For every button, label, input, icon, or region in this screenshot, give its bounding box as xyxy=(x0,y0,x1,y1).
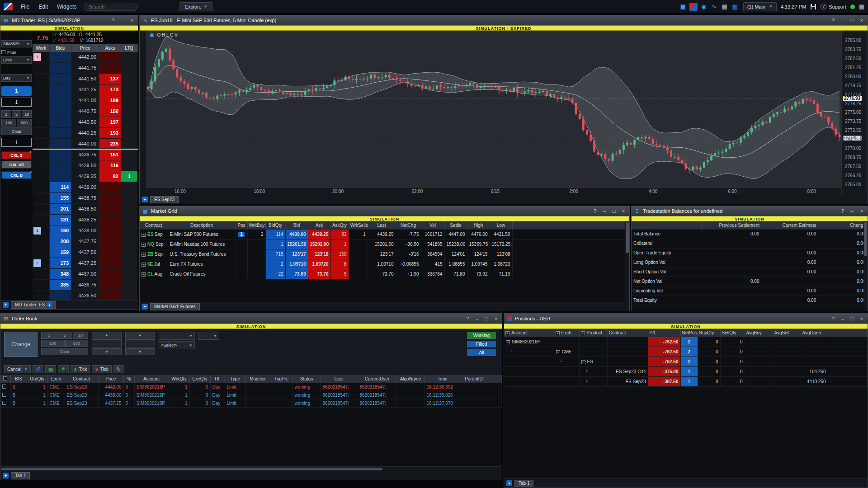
step-down-button[interactable]: ▼ xyxy=(92,348,122,355)
maximize-button[interactable]: □ xyxy=(849,316,855,321)
bid-cell[interactable] xyxy=(50,74,71,84)
tab-md-trader[interactable]: MD Trader: ES 1 xyxy=(11,301,56,309)
column-header-parentid[interactable]: ParentID xyxy=(461,375,487,383)
work-cell[interactable] xyxy=(33,193,50,204)
help-button[interactable]: ? xyxy=(464,316,471,321)
bid-cell[interactable] xyxy=(50,139,71,149)
work-cell[interactable] xyxy=(33,150,50,160)
filter-checkbox[interactable]: Filter xyxy=(1,49,32,55)
work-cell[interactable] xyxy=(33,291,50,300)
column-header-sellqty[interactable]: SellQty xyxy=(720,329,745,337)
price-cell[interactable]: 4441.25 xyxy=(71,84,99,95)
price-cell[interactable]: 4436.75 xyxy=(71,280,99,291)
menu-item-file[interactable]: File xyxy=(16,0,34,14)
bid-cell[interactable] xyxy=(50,52,71,63)
ask-cell[interactable] xyxy=(99,52,121,63)
ask-cell[interactable]: 151 xyxy=(99,150,121,160)
maximize-button[interactable]: □ xyxy=(483,316,490,321)
chart-settings-icon[interactable]: ▣ xyxy=(150,33,154,38)
position-row[interactable]: └ES Sep23 C44-375.00100104.250 xyxy=(504,366,868,376)
bid-cell[interactable] xyxy=(50,95,71,106)
work-cell[interactable]: 1 xyxy=(33,258,50,269)
price-field[interactable] xyxy=(125,339,155,347)
select-all-checkbox[interactable] xyxy=(3,376,7,380)
column-header-previous-settlement[interactable]: Previous Settlement xyxy=(702,221,761,229)
bid-cell[interactable]: 348 xyxy=(50,269,71,280)
step-up-button[interactable]: ▲ xyxy=(92,332,122,338)
vertical-scrollbar[interactable] xyxy=(625,221,629,302)
column-header-price[interactable]: Price xyxy=(98,375,123,383)
add-tab-button[interactable]: + xyxy=(506,480,512,486)
close-button[interactable]: × xyxy=(859,18,865,23)
ask-cell[interactable] xyxy=(99,269,121,280)
positions-titlebar[interactable]: Positions - USD ? – □ × xyxy=(504,314,868,324)
add-tab-button[interactable]: + xyxy=(142,304,148,310)
cancel-sells-button[interactable]: CXL S 1 xyxy=(1,151,32,159)
qty-preset-5[interactable]: 5 xyxy=(57,332,72,339)
column-header-filler[interactable] xyxy=(487,375,502,383)
position-row[interactable]: └−ES-762.50200 xyxy=(504,357,868,366)
work-cell[interactable] xyxy=(33,160,50,171)
bid-cell[interactable] xyxy=(50,117,71,128)
ask-cell[interactable]: 235 xyxy=(99,139,121,149)
minimize-button[interactable]: – xyxy=(119,18,126,23)
price-cell[interactable]: 4439.25 xyxy=(71,171,99,182)
support-button[interactable]: ? Support xyxy=(821,4,846,9)
column-header-exeqty[interactable]: ExeQty xyxy=(189,375,210,383)
column-header-time[interactable]: Time xyxy=(425,375,461,383)
tif-select[interactable]: Day▼ xyxy=(1,74,32,82)
close-button[interactable]: × xyxy=(620,208,627,214)
tab-market-grid-futures[interactable]: Market Grid: Futures xyxy=(150,303,200,310)
bid-cell[interactable]: 155 xyxy=(50,193,71,204)
user-circle-icon[interactable]: ◉ xyxy=(700,3,708,11)
tab-1[interactable]: Tab 1 xyxy=(11,472,30,479)
column-header-WrkSells[interactable]: WrkSells xyxy=(349,221,368,229)
ask-cell[interactable]: 189 xyxy=(99,95,121,106)
price-cell[interactable]: 4440.75 xyxy=(71,106,99,117)
columns-icon[interactable]: ▥ xyxy=(731,3,739,11)
price-cell[interactable]: 4439.00 xyxy=(71,182,99,193)
minimize-button[interactable]: – xyxy=(840,18,846,23)
column-header-exch[interactable]: Exch xyxy=(47,375,65,383)
collapse-icon[interactable]: − xyxy=(506,340,510,344)
column-header-account[interactable]: +Account xyxy=(504,329,554,337)
bid-cell[interactable]: 15201.50 xyxy=(285,239,308,249)
column-header-account[interactable]: Account xyxy=(134,375,169,383)
maximize-button[interactable]: □ xyxy=(849,18,855,23)
ask-cell[interactable] xyxy=(99,280,121,291)
row-checkbox[interactable] xyxy=(2,401,6,405)
ask-cell[interactable] xyxy=(99,258,121,269)
tif-select[interactable]: ▼ xyxy=(198,332,219,340)
price-cell[interactable]: 4440.50 xyxy=(71,117,99,128)
work-cell[interactable] xyxy=(33,236,50,247)
minimize-button[interactable]: – xyxy=(849,208,855,214)
price-axis[interactable]: 2785.002783.752782.502781.252780.002778.… xyxy=(841,31,868,195)
ask-cell[interactable]: 15202.00 xyxy=(308,239,330,249)
workspace-selector[interactable]: (1) Main ▼ xyxy=(743,2,777,11)
balances-titlebar[interactable]: Σ Tradestation Balances for undefined ? … xyxy=(632,206,868,216)
clear-quantity-button[interactable]: Clear xyxy=(41,348,88,355)
save-icon[interactable] xyxy=(810,4,816,10)
bid-cell[interactable]: 1.09710 xyxy=(285,259,308,269)
market-grid-row-es[interactable]: +ES SepE-Mini S&P 500 Futures121144439.0… xyxy=(140,229,629,239)
column-header-wrkqty[interactable]: WrkQty xyxy=(169,375,189,383)
ask-cell[interactable] xyxy=(99,204,121,215)
ask-cell[interactable] xyxy=(99,215,121,225)
qty-preset-1[interactable]: 1 xyxy=(1,110,11,118)
column-header-b-s[interactable]: B/S xyxy=(10,375,27,383)
ask-cell[interactable] xyxy=(99,225,121,236)
ask-cell[interactable] xyxy=(99,193,121,204)
ask-cell[interactable]: 73.70 xyxy=(308,269,330,279)
order-row[interactable]: B1CMEES Sep234438.000SIM8620218P10DayLim… xyxy=(0,391,502,399)
help-button[interactable]: ? xyxy=(840,208,846,214)
column-header-Bid[interactable]: Bid xyxy=(285,221,308,229)
refresh-icon[interactable]: ↻ xyxy=(113,365,124,373)
market-grid-row-cl[interactable]: +CL AugCrude Oil Futures2273.6973.70573.… xyxy=(140,269,629,279)
work-cell[interactable]: 1 xyxy=(33,225,50,236)
apps-grid-icon[interactable]: ▦ xyxy=(679,3,687,11)
column-header-netpos[interactable]: NetPos xyxy=(680,329,698,337)
history-icon[interactable]: ↺ xyxy=(33,365,43,373)
step-down-button[interactable]: ▼ xyxy=(125,348,155,355)
work-cell[interactable] xyxy=(33,139,50,149)
market-grid-row-zb[interactable]: +ZB SepU.S. Treasury Bond Futures715123'… xyxy=(140,249,629,259)
